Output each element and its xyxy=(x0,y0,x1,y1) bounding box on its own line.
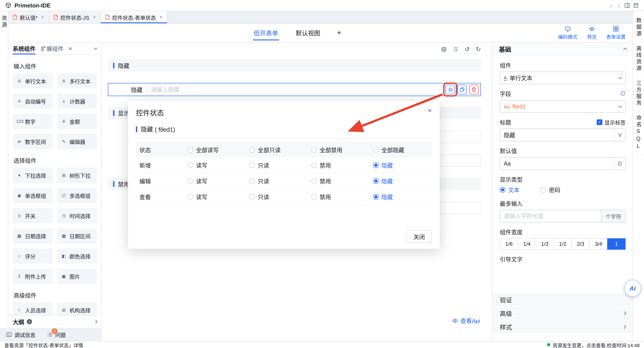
expand-outline-icon[interactable] xyxy=(94,320,98,324)
radio-icon[interactable] xyxy=(188,147,193,153)
display-type-radio[interactable]: 文本 xyxy=(500,186,520,194)
palette-component-item[interactable]: ▦ 日期选择 xyxy=(13,228,52,244)
field-copy-button[interactable] xyxy=(457,85,467,94)
palette-component-item[interactable]: ⇄ 数字区间 xyxy=(13,134,52,149)
collapse-palette-icon[interactable] xyxy=(94,46,98,50)
palette-component-item[interactable]: 123 数字 xyxy=(13,114,52,129)
max-input-field[interactable]: 个字符 xyxy=(500,210,626,222)
panel-layout-icon[interactable] xyxy=(624,3,630,8)
field-settings-button[interactable] xyxy=(446,85,455,94)
radio-icon[interactable] xyxy=(250,147,255,153)
show-label-checkbox-row[interactable]: ✓ 显示标签 xyxy=(597,118,626,126)
field-select[interactable]: Aa filed1 xyxy=(500,100,626,113)
state-radio-option[interactable]: 读写 xyxy=(188,177,250,185)
state-radio-option[interactable]: 全部隐藏 xyxy=(373,145,428,154)
code-mode-button[interactable]: 编码模式 xyxy=(558,26,577,40)
right-rail-item[interactable]: 数据源 xyxy=(635,14,642,42)
view-switch-tab[interactable]: 低开表单 xyxy=(253,23,279,43)
outline-bar[interactable]: 大纲 i xyxy=(8,315,101,328)
dialog-close-button[interactable]: 关闭 xyxy=(406,230,432,243)
palette-component-item[interactable]: ✎ 编辑器 xyxy=(57,134,97,149)
radio-icon[interactable] xyxy=(188,194,193,200)
palette-component-item[interactable]: ▦ 日期区间 xyxy=(57,228,97,244)
close-icon[interactable]: × xyxy=(93,15,96,20)
dialog-close-icon[interactable]: × xyxy=(428,107,432,114)
refresh-icon[interactable] xyxy=(620,91,626,96)
palette-component-item[interactable]: ○ 人员选择 xyxy=(13,302,52,315)
hamburger-menu-icon[interactable]: ≡ xyxy=(69,46,72,52)
radio-icon[interactable] xyxy=(500,187,506,193)
palette-component-item[interactable]: ◉ 单选框组 xyxy=(13,188,52,203)
state-radio-option[interactable]: 隐藏 xyxy=(373,161,428,169)
debug-info-button[interactable]: 调试信息 xyxy=(6,331,36,338)
width-option-button[interactable]: 2/3 xyxy=(572,238,590,250)
props-collapsed-section[interactable]: 样式 xyxy=(493,320,632,333)
status-right[interactable]: 资源发生变更，点击查看,检查时间:14:48 xyxy=(547,341,640,348)
palette-tab-extended[interactable]: 扩展组件 xyxy=(41,43,64,55)
right-rail-item[interactable]: 三方服务 xyxy=(635,76,642,111)
preview-button[interactable]: 预览 xyxy=(587,26,597,40)
width-option-button[interactable]: 1/2 xyxy=(554,238,572,250)
palette-component-item[interactable]: A 单行文本 xyxy=(13,73,52,89)
radio-icon[interactable] xyxy=(311,147,317,153)
form-settings-button[interactable]: 表单设置 xyxy=(606,26,626,40)
radio-icon[interactable] xyxy=(250,162,255,168)
palette-component-item[interactable]: ⊞ 树形下拉 xyxy=(57,168,97,183)
outline-tree-icon[interactable] xyxy=(453,46,458,52)
state-radio-option[interactable]: 只读 xyxy=(250,161,311,169)
radio-icon[interactable] xyxy=(373,147,379,153)
radio-icon[interactable] xyxy=(373,162,379,168)
display-type-radio[interactable]: 密码 xyxy=(540,186,560,194)
ai-assistant-button[interactable]: Ai xyxy=(624,280,641,297)
editor-tab[interactable]: 默认值* × xyxy=(8,11,49,23)
state-radio-option[interactable]: 读写 xyxy=(188,161,250,169)
props-collapsed-section[interactable]: 验证 xyxy=(493,293,632,306)
palette-component-item[interactable]: # 自动编号 xyxy=(13,94,52,109)
palette-component-item[interactable]: ± 计数器 xyxy=(57,94,97,109)
state-radio-option[interactable]: 禁用 xyxy=(311,177,373,185)
palette-component-item[interactable]: ⊞ 机构选择 xyxy=(57,302,97,315)
radio-icon[interactable] xyxy=(311,162,317,168)
palette-component-item[interactable]: ◧ 颜色选择 xyxy=(57,248,97,264)
editor-tab[interactable]: 控件状态-表单状态 × xyxy=(100,11,167,23)
locale-globe-icon[interactable] xyxy=(441,46,446,52)
radio-icon[interactable] xyxy=(250,194,255,200)
view-api-link[interactable]: 查看Api xyxy=(452,316,480,325)
radio-icon[interactable] xyxy=(373,194,379,200)
problems-button[interactable]: 2 问题 xyxy=(47,331,66,338)
radio-icon[interactable] xyxy=(250,178,255,184)
palette-component-item[interactable]: ◷ 时间选择 xyxy=(57,208,97,223)
radio-icon[interactable] xyxy=(311,178,317,184)
state-radio-option[interactable]: 隐藏 xyxy=(373,193,428,201)
width-option-button[interactable]: 1/4 xyxy=(518,238,536,250)
palette-component-item[interactable]: ☑ 多选框组 xyxy=(57,188,97,203)
checkbox-checked-icon[interactable]: ✓ xyxy=(597,119,602,125)
add-view-button[interactable]: + xyxy=(337,29,341,37)
radio-icon[interactable] xyxy=(188,162,193,168)
selected-field-row[interactable]: 隐藏 xyxy=(108,83,481,96)
state-radio-option[interactable]: 全部只读 xyxy=(250,145,311,154)
radio-icon[interactable] xyxy=(540,187,546,193)
history-forward-icon[interactable]: › xyxy=(616,2,621,9)
state-radio-option[interactable]: 禁用 xyxy=(311,193,373,201)
palette-component-item[interactable]: ☆ 评分 xyxy=(13,248,52,264)
width-option-button[interactable]: 1/3 xyxy=(536,238,554,250)
redo-icon[interactable]: ↻ xyxy=(476,46,481,52)
chevron-up-icon[interactable] xyxy=(624,48,627,52)
variable-toggle-button[interactable]: V xyxy=(614,129,625,141)
dynamic-toggle-button[interactable]: D xyxy=(614,158,625,169)
component-select[interactable]: A 单行文本 xyxy=(500,72,626,84)
right-rail-item[interactable]: 离线资源 xyxy=(635,42,642,76)
state-radio-option[interactable]: 禁用 xyxy=(311,161,373,169)
palette-component-item[interactable]: ▣ 图片 xyxy=(57,269,97,284)
props-section-basic[interactable]: 基础 xyxy=(493,43,632,56)
radio-icon[interactable] xyxy=(188,178,193,184)
palette-component-item[interactable]: ¥ 金额 xyxy=(57,114,97,129)
editor-tab[interactable]: 控件状态-JS × xyxy=(49,11,100,23)
palette-component-item[interactable]: A 多行文本 xyxy=(57,73,97,89)
field-input[interactable] xyxy=(147,84,442,95)
right-rail-item[interactable]: 命名SQL xyxy=(635,111,642,155)
width-option-button[interactable]: 3/4 xyxy=(590,238,608,250)
state-radio-option[interactable]: 全部禁用 xyxy=(311,145,373,154)
radio-icon[interactable] xyxy=(311,194,317,200)
